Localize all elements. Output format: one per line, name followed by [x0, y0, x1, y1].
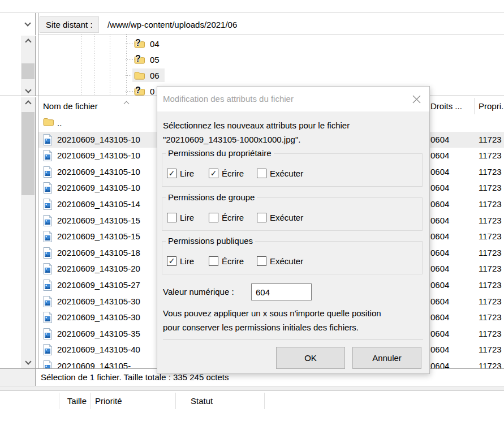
file-rights: 0604: [430, 310, 449, 326]
file-rights: 0604: [430, 342, 449, 358]
checkbox-unchecked-icon[interactable]: [209, 213, 218, 222]
dialog-titlebar[interactable]: Modification des attributs du fichier: [157, 87, 429, 111]
queue-column-priority[interactable]: Priorité: [95, 390, 122, 411]
dialog-intro-line2: "20210609_143105-1000x1000.jpg".: [163, 132, 350, 147]
checkbox-checked-icon[interactable]: ✓: [167, 256, 176, 266]
cancel-button[interactable]: Annuler: [352, 347, 421, 369]
ok-button[interactable]: OK: [276, 347, 345, 369]
file-name: 20210609_143105-14: [57, 196, 140, 213]
checkbox-label: Lire: [180, 213, 194, 222]
dialog-body: Sélectionnez les nouveaux attributs pour…: [157, 111, 429, 373]
file-name: 20210609_143105-27: [57, 277, 140, 294]
scrollbar-thumb[interactable]: [21, 112, 35, 195]
checkbox-exécuter[interactable]: Exécuter: [257, 213, 303, 222]
checkbox-écrire[interactable]: ✓Écrire: [209, 169, 244, 178]
checkbox-lire[interactable]: ✓Lire: [167, 169, 194, 178]
close-icon[interactable]: [408, 91, 425, 107]
tree-item-0[interactable]: ?0: [132, 84, 160, 96]
checkbox-label: Exécuter: [270, 213, 303, 222]
scroll-down-icon[interactable]: [21, 357, 35, 367]
file-name: 20210609_143105-40: [57, 342, 140, 358]
file-owner: 11723: [479, 245, 502, 261]
image-file-icon: [43, 267, 52, 276]
checkbox-écrire[interactable]: Écrire: [209, 256, 244, 266]
numeric-value-input[interactable]: [251, 283, 312, 300]
folder-icon: [43, 118, 54, 128]
checkbox-unchecked-icon[interactable]: [167, 213, 176, 222]
tree-item-05[interactable]: ?05: [132, 53, 165, 66]
tree-item-04[interactable]: ?04: [132, 37, 165, 50]
column-header-name[interactable]: Nom de fichier: [43, 97, 98, 115]
queue-column-size[interactable]: Taille: [59, 390, 87, 411]
dialog-intro: Sélectionnez les nouveaux attributs pour…: [163, 118, 350, 147]
local-tree-scrollbar[interactable]: [21, 36, 35, 96]
scroll-up-icon[interactable]: [21, 36, 35, 46]
checkbox-checked-icon[interactable]: ✓: [209, 169, 218, 178]
file-name: ..: [57, 115, 62, 132]
file-rights: 0604: [430, 148, 449, 164]
checkbox-unchecked-icon[interactable]: [257, 213, 266, 222]
column-separator[interactable]: [91, 393, 91, 409]
permission-group-1: Permissions de groupeLireÉcrireExécuter: [162, 197, 423, 231]
file-name: 20210609_143105-10: [57, 148, 140, 164]
column-separator[interactable]: [474, 98, 475, 114]
checkbox-lire[interactable]: Lire: [167, 213, 194, 222]
scrollbar-thumb[interactable]: [21, 63, 35, 79]
column-separator[interactable]: [264, 393, 265, 409]
dialog-divider: [163, 339, 423, 339]
permission-group-label: Permissions publiques: [166, 236, 255, 246]
file-owner: 11723: [479, 294, 502, 310]
numeric-value-label: Valeur numérique :: [163, 283, 234, 300]
checkbox-lire[interactable]: ✓Lire: [167, 256, 194, 266]
file-owner: 11723: [479, 261, 502, 277]
checkbox-exécuter[interactable]: Exécuter: [257, 169, 303, 178]
remote-path-bar: Site distant : /www/wp-content/uploads/2…: [38, 13, 504, 35]
checkbox-checked-icon[interactable]: ✓: [167, 169, 176, 178]
file-owner: 11723: [479, 310, 502, 326]
file-rights: 0604: [430, 229, 449, 245]
checkbox-unchecked-icon[interactable]: [257, 256, 266, 266]
column-header-rights[interactable]: Droits ...: [430, 97, 462, 115]
local-list-scrollbar[interactable]: [21, 97, 35, 368]
checkbox-exécuter[interactable]: Exécuter: [257, 256, 303, 266]
file-name: 20210609_143105-10: [57, 132, 140, 148]
file-owner: 11723: [479, 196, 502, 213]
checkbox-unchecked-icon[interactable]: [257, 169, 266, 178]
checkbox-label: Écrire: [222, 169, 244, 178]
remote-path-value[interactable]: /www/wp-content/uploads/2021/06: [107, 16, 502, 33]
checkbox-unchecked-icon[interactable]: [209, 256, 218, 266]
file-name: 20210609_143105-15: [57, 229, 140, 245]
dialog-note: Vous pouvez appliquer un x sous n'import…: [163, 306, 381, 334]
sort-ascending-icon: [124, 101, 130, 107]
image-file-icon: [43, 234, 52, 244]
column-separator[interactable]: [175, 393, 176, 409]
file-rights: 0604: [430, 277, 449, 294]
panel-splitter[interactable]: [0, 386, 504, 390]
local-tree-sliver: [0, 36, 36, 96]
file-rights: 0604: [430, 294, 449, 310]
checkbox-label: Écrire: [222, 256, 244, 266]
file-name: 20210609_143105-20: [57, 261, 140, 277]
checkbox-écrire[interactable]: Écrire: [209, 213, 244, 222]
chevron-down-icon[interactable]: [24, 20, 31, 26]
column-header-owner[interactable]: Propri.: [479, 97, 503, 115]
tree-item-06[interactable]: 06: [132, 68, 165, 82]
file-rights: 0604: [430, 326, 449, 342]
permission-group-label: Permissions du propriétaire: [166, 148, 274, 158]
checkbox-label: Exécuter: [270, 256, 303, 266]
file-name: 20210609_143105-10: [57, 180, 140, 196]
file-name: 20210609_143105-18: [57, 245, 140, 261]
file-owner: 11723: [479, 326, 502, 342]
file-owner: 11723: [479, 342, 502, 358]
scroll-down-icon[interactable]: [21, 85, 35, 96]
tree-item-label: 0: [150, 87, 154, 96]
file-rights: 0604: [430, 213, 449, 229]
scroll-up-icon[interactable]: [21, 97, 35, 108]
image-file-icon: [43, 137, 52, 147]
file-owner: 11723: [479, 164, 502, 180]
queue-column-status[interactable]: Statut: [191, 390, 213, 411]
local-status-sliver: [0, 369, 36, 386]
file-rights: 0604: [430, 196, 449, 213]
image-file-icon: [43, 364, 52, 368]
filezilla-window: Site distant : /www/wp-content/uploads/2…: [0, 0, 504, 447]
